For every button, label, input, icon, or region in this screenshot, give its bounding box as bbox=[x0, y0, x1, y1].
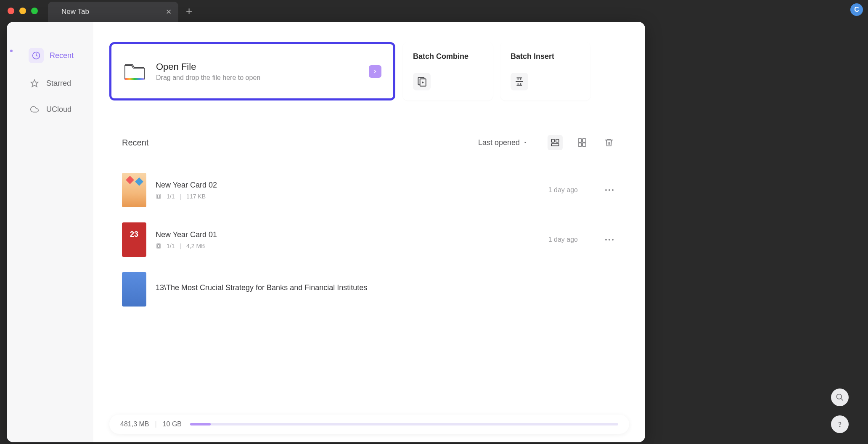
close-tab-icon[interactable]: ✕ bbox=[166, 8, 172, 16]
file-pages: 1/1 bbox=[167, 193, 175, 200]
file-thumbnail bbox=[122, 272, 146, 307]
tab-strip: New Tab ✕ + bbox=[48, 0, 192, 22]
file-size: 4,2 MB bbox=[186, 243, 205, 249]
open-file-title: Open File bbox=[156, 61, 359, 72]
titlebar: New Tab ✕ + C bbox=[0, 0, 868, 22]
sidebar-item-recent[interactable]: Recent bbox=[23, 44, 81, 67]
combine-icon bbox=[413, 73, 431, 90]
sidebar-item-starred[interactable]: Starred bbox=[23, 73, 81, 93]
floating-buttons bbox=[831, 388, 849, 433]
add-tab-button[interactable]: + bbox=[186, 5, 192, 18]
svg-rect-8 bbox=[578, 139, 582, 142]
batch-insert-title: Batch Insert bbox=[511, 52, 580, 61]
sidebar-item-ucloud[interactable]: UCloud bbox=[23, 99, 81, 119]
svg-point-14 bbox=[605, 189, 607, 191]
file-thumbnail bbox=[122, 222, 146, 257]
close-window-button[interactable] bbox=[8, 8, 14, 14]
batch-combine-card[interactable]: Batch Combine bbox=[403, 42, 493, 100]
sidebar-item-label: UCloud bbox=[46, 105, 71, 114]
file-info: 13\The Most Crucial Strategy for Banks a… bbox=[156, 283, 617, 296]
tab-new-tab[interactable]: New Tab ✕ bbox=[48, 2, 178, 22]
storage-fill bbox=[190, 423, 211, 426]
action-row: Open File Drag and drop the file here to… bbox=[109, 42, 629, 100]
svg-rect-6 bbox=[556, 139, 559, 142]
app-window: Recent Starred UCloud Open File Drag an bbox=[7, 22, 645, 442]
svg-rect-5 bbox=[551, 139, 554, 142]
file-name: New Year Card 01 bbox=[156, 230, 539, 239]
batch-combine-title: Batch Combine bbox=[413, 52, 483, 61]
help-button[interactable] bbox=[831, 415, 849, 433]
more-options-icon[interactable] bbox=[602, 186, 617, 194]
svg-point-16 bbox=[612, 189, 614, 191]
file-list: New Year Card 02 1/1 | 117 KB 1 day ago bbox=[122, 165, 617, 314]
file-meta: 1/1 | 117 KB bbox=[156, 193, 539, 200]
view-controls bbox=[548, 135, 617, 150]
recent-header: Recent Last opened bbox=[122, 135, 617, 150]
svg-rect-10 bbox=[578, 143, 582, 146]
chevron-down-icon bbox=[523, 140, 527, 145]
file-row[interactable]: New Year Card 02 1/1 | 117 KB 1 day ago bbox=[122, 165, 617, 215]
open-file-subtitle: Drag and drop the file here to open bbox=[156, 74, 359, 82]
chevron-right-icon[interactable] bbox=[369, 65, 381, 78]
traffic-lights bbox=[8, 8, 38, 14]
avatar[interactable]: C bbox=[850, 3, 863, 16]
file-pages: 1/1 bbox=[167, 243, 175, 249]
file-info: New Year Card 01 1/1 | 4,2 MB bbox=[156, 230, 539, 249]
content-area: Open File Drag and drop the file here to… bbox=[93, 22, 645, 442]
svg-point-20 bbox=[609, 239, 610, 240]
maximize-window-button[interactable] bbox=[31, 8, 38, 14]
open-file-card[interactable]: Open File Drag and drop the file here to… bbox=[109, 42, 395, 100]
cloud-icon bbox=[29, 103, 40, 115]
delete-button[interactable] bbox=[601, 135, 617, 150]
folder-icon bbox=[123, 61, 146, 82]
svg-point-22 bbox=[837, 394, 842, 399]
file-meta: 1/1 | 4,2 MB bbox=[156, 243, 539, 249]
file-row[interactable]: 13\The Most Crucial Strategy for Banks a… bbox=[122, 264, 617, 314]
file-date: 1 day ago bbox=[548, 236, 578, 243]
file-row[interactable]: New Year Card 01 1/1 | 4,2 MB 1 day ago bbox=[122, 215, 617, 264]
file-size: 117 KB bbox=[186, 193, 206, 200]
sort-label: Last opened bbox=[478, 138, 520, 147]
sidebar: Recent Starred UCloud bbox=[7, 22, 93, 442]
svg-rect-9 bbox=[582, 139, 586, 142]
svg-point-19 bbox=[605, 239, 607, 240]
sort-dropdown[interactable]: Last opened bbox=[478, 138, 527, 147]
svg-rect-7 bbox=[551, 144, 559, 146]
sidebar-item-label: Starred bbox=[46, 79, 71, 88]
search-button[interactable] bbox=[831, 388, 849, 406]
batch-insert-card[interactable]: Batch Insert bbox=[500, 42, 590, 100]
document-icon bbox=[156, 243, 161, 249]
file-name: 13\The Most Crucial Strategy for Banks a… bbox=[156, 283, 617, 292]
list-view-button[interactable] bbox=[548, 135, 563, 150]
svg-rect-18 bbox=[158, 244, 160, 247]
tab-title: New Tab bbox=[61, 8, 89, 16]
svg-point-24 bbox=[839, 426, 840, 426]
meta-separator: | bbox=[180, 193, 181, 200]
file-thumbnail bbox=[122, 173, 146, 207]
svg-point-15 bbox=[609, 189, 610, 191]
storage-used: 481,3 MB bbox=[120, 420, 149, 428]
svg-rect-13 bbox=[158, 195, 160, 198]
storage-total: 10 GB bbox=[163, 420, 182, 428]
grid-view-button[interactable] bbox=[574, 135, 590, 150]
sidebar-indicator-dot bbox=[10, 50, 13, 52]
insert-icon bbox=[511, 73, 528, 90]
svg-rect-2 bbox=[125, 78, 144, 80]
svg-rect-11 bbox=[582, 143, 586, 146]
sidebar-item-label: Recent bbox=[50, 51, 74, 60]
avatar-initial: C bbox=[854, 6, 859, 13]
storage-bar: 481,3 MB | 10 GB bbox=[109, 415, 629, 434]
file-date: 1 day ago bbox=[548, 186, 578, 194]
file-name: New Year Card 02 bbox=[156, 181, 539, 190]
file-info: New Year Card 02 1/1 | 117 KB bbox=[156, 181, 539, 200]
recent-title: Recent bbox=[122, 138, 478, 148]
meta-separator: | bbox=[180, 243, 181, 249]
more-options-icon[interactable] bbox=[602, 236, 617, 243]
recent-section: Recent Last opened bbox=[109, 123, 629, 314]
minimize-window-button[interactable] bbox=[19, 8, 26, 14]
star-icon bbox=[29, 77, 40, 89]
svg-marker-1 bbox=[31, 80, 38, 87]
svg-point-21 bbox=[612, 239, 614, 240]
clock-icon bbox=[29, 48, 44, 63]
document-icon bbox=[156, 193, 161, 199]
